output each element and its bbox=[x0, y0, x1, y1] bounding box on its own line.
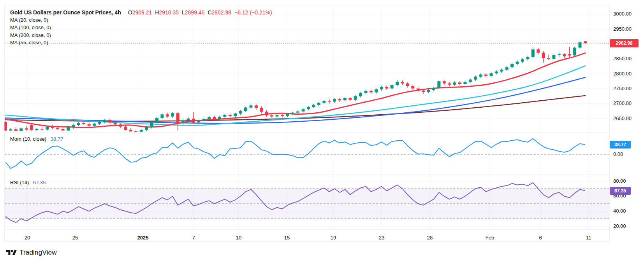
candle bbox=[72, 125, 75, 128]
candle bbox=[391, 85, 394, 88]
candle bbox=[281, 115, 284, 116]
candle bbox=[354, 96, 357, 100]
ma55-line bbox=[5, 66, 585, 125]
rsi-badge: 67.35 bbox=[610, 187, 631, 195]
time-tick-label: 20 bbox=[25, 235, 30, 241]
candle bbox=[145, 127, 148, 130]
ma200-legend[interactable]: MA (200, close, 0) bbox=[10, 32, 51, 38]
candle bbox=[380, 87, 383, 89]
candle bbox=[521, 59, 524, 62]
candle bbox=[422, 91, 425, 92]
candle bbox=[202, 119, 206, 121]
price-tick-label: 3000.00 bbox=[613, 11, 632, 17]
time-tick-label: 10 bbox=[236, 235, 241, 241]
candle bbox=[265, 112, 268, 115]
candle bbox=[124, 127, 127, 130]
momentum-badge: 38.77 bbox=[610, 141, 631, 148]
candle bbox=[140, 130, 143, 132]
candle bbox=[197, 121, 200, 122]
change-value: −6.12 (−0.21%) bbox=[234, 9, 272, 16]
candle bbox=[573, 48, 576, 56]
candle bbox=[448, 84, 451, 85]
candle bbox=[234, 114, 237, 116]
ma200-line bbox=[5, 96, 585, 121]
ma100-legend[interactable]: MA (100, close, 0) bbox=[10, 24, 51, 30]
candle bbox=[103, 120, 106, 122]
rsi-legend[interactable]: RSI (14) 67.35 bbox=[10, 180, 46, 185]
candle bbox=[553, 55, 556, 59]
candle bbox=[396, 82, 399, 85]
open-value: 2909.21 bbox=[132, 9, 152, 16]
candle bbox=[427, 90, 430, 92]
price-tick-label: 2650.00 bbox=[613, 115, 632, 121]
candle bbox=[516, 62, 519, 64]
candle bbox=[568, 54, 571, 55]
candle bbox=[338, 99, 341, 100]
close-value: 2902.98 bbox=[212, 9, 232, 16]
candle bbox=[181, 121, 185, 123]
candle bbox=[563, 54, 566, 56]
candle bbox=[406, 84, 409, 86]
time-axis[interactable]: 2025202571015192328Feb611 bbox=[0, 235, 644, 243]
candle bbox=[558, 54, 561, 55]
candle bbox=[98, 122, 101, 124]
candle bbox=[359, 93, 362, 96]
candle bbox=[244, 108, 247, 111]
candle bbox=[401, 82, 404, 84]
time-tick-label: 25 bbox=[72, 235, 78, 241]
ma20-line bbox=[5, 53, 585, 128]
candle bbox=[437, 81, 440, 88]
ma55-legend[interactable]: MA (55, close, 0) bbox=[10, 40, 48, 45]
ma55-label: MA (55, close, 0) bbox=[10, 40, 48, 45]
time-tick-label: 7 bbox=[192, 235, 195, 241]
price-axis[interactable]: 3000.002950.002850.002800.002750.002700.… bbox=[610, 0, 644, 242]
candle bbox=[213, 117, 216, 119]
candle bbox=[250, 105, 253, 107]
candle bbox=[322, 101, 326, 103]
candle bbox=[276, 115, 279, 117]
time-tick-label: 15 bbox=[284, 235, 290, 241]
candle bbox=[255, 105, 258, 108]
candle bbox=[88, 124, 91, 126]
candle bbox=[166, 114, 169, 116]
candle bbox=[495, 72, 498, 73]
candle bbox=[510, 64, 514, 67]
candle bbox=[9, 129, 12, 131]
candle bbox=[443, 81, 446, 83]
candle bbox=[364, 91, 368, 93]
candle bbox=[67, 128, 70, 131]
momentum-value: 38.77 bbox=[51, 136, 63, 142]
candle bbox=[411, 86, 414, 89]
candle bbox=[40, 129, 44, 129]
candle bbox=[77, 123, 80, 125]
candle bbox=[30, 125, 33, 130]
candle bbox=[82, 123, 85, 124]
rsi-tick-label: 40.00 bbox=[613, 208, 626, 214]
candle bbox=[343, 98, 347, 100]
candle bbox=[302, 109, 305, 111]
price-tick-label: 2700.00 bbox=[613, 100, 632, 106]
rsi-tick-label: 80.00 bbox=[613, 178, 626, 184]
candle bbox=[479, 75, 482, 77]
candle bbox=[270, 115, 273, 117]
candle bbox=[417, 89, 420, 91]
ohlc-readout: O2909.21H2910.35L2899.46C2902.98−6.12 (−… bbox=[125, 9, 272, 16]
candle bbox=[218, 117, 221, 119]
candle bbox=[385, 87, 388, 89]
momentum-line bbox=[5, 139, 585, 169]
price-chart-canvas[interactable] bbox=[0, 0, 644, 262]
candle bbox=[160, 114, 164, 118]
ma200-label: MA (200, close, 0) bbox=[10, 32, 51, 38]
tradingview-logo[interactable]: TradingView bbox=[6, 249, 57, 257]
symbol-legend[interactable]: Gold US Dollars per Ounce Spot Prices, 4… bbox=[10, 9, 272, 16]
price-tick-label: 2950.00 bbox=[613, 26, 632, 32]
candle bbox=[537, 49, 540, 52]
ma20-legend[interactable]: MA (20, close, 0) bbox=[10, 17, 48, 23]
candle bbox=[584, 41, 587, 43]
candle bbox=[187, 119, 190, 121]
candle bbox=[208, 117, 211, 119]
momentum-legend[interactable]: Mom (10, close) 38.77 bbox=[10, 136, 63, 142]
candle bbox=[51, 127, 54, 128]
candle bbox=[505, 67, 509, 70]
candle bbox=[171, 113, 174, 116]
